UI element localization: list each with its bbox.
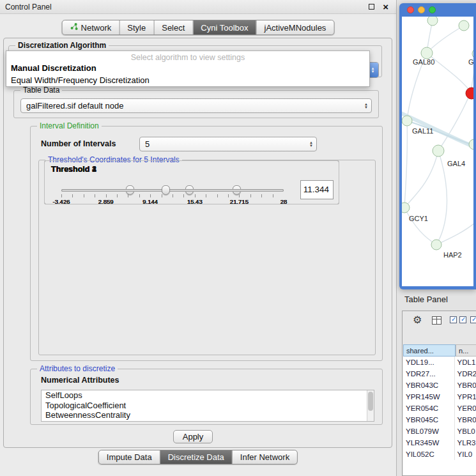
node-gal4: [433, 145, 444, 157]
table-data-group: Table Data galFiltered.sif default node …: [13, 90, 379, 118]
menu-item-equal-width-frequency[interactable]: Equal Width/Frequency Discretization: [6, 74, 369, 86]
table-cell[interactable]: YBR0: [455, 380, 476, 391]
top-tab-label: Network: [81, 23, 112, 33]
table-panel-title: Table Panel: [404, 291, 448, 308]
table-cell[interactable]: YBR045C: [403, 414, 455, 426]
close-panel-icon[interactable]: ×: [383, 1, 388, 13]
group-title: Attributes to discretize: [37, 364, 118, 373]
table-row[interactable]: YPR145W YPR1: [403, 391, 476, 403]
table-panel: ⚙ shared... n... YDL19... YDL1 YDR27... …: [402, 311, 476, 476]
table-columns-icon[interactable]: [432, 316, 441, 325]
top-tab[interactable]: Network: [63, 20, 119, 35]
table-cell[interactable]: YIL0: [455, 449, 476, 460]
node-label: HAP2: [443, 251, 462, 259]
table-cell[interactable]: YLR3: [455, 437, 476, 449]
top-tab[interactable]: Style: [119, 20, 153, 35]
column-header-name[interactable]: n...: [456, 344, 476, 357]
table-cell[interactable]: YBR043C: [403, 380, 455, 391]
table-cell[interactable]: YDR2: [455, 368, 476, 380]
menu-item-manual-discretization[interactable]: Manual Discretization: [6, 62, 369, 74]
table-data-combo[interactable]: galFiltered.sif default node ▲▼: [20, 98, 372, 113]
top-tab[interactable]: Select: [153, 20, 192, 35]
table-row[interactable]: YDR27... YDR2: [403, 368, 476, 380]
node-label: GA: [468, 58, 473, 66]
attributes-list[interactable]: SelfLoops TopologicalCoefficient Between…: [41, 390, 374, 422]
network-view-window: GAL80 GA GAL11 GAL4 GCY1 HAP2: [399, 3, 476, 289]
table-row[interactable]: YBR043C YBR0: [403, 380, 476, 391]
checkbox-icon[interactable]: [459, 316, 466, 323]
window-title: Control Panel: [5, 0, 52, 14]
gear-icon[interactable]: ⚙: [413, 314, 422, 326]
top-tab-label: jActiveMNodules: [265, 23, 326, 33]
bottom-tab-label: Infer Network: [240, 452, 289, 462]
node-highlighted[interactable]: [466, 88, 473, 99]
slider-ticks: [61, 194, 284, 197]
column-header-shared[interactable]: shared...: [403, 344, 456, 357]
top-tab[interactable]: Cyni Toolbox: [192, 20, 256, 35]
table-data-combo-value: galFiltered.sif default node: [26, 99, 123, 112]
number-of-intervals-combo[interactable]: 5 ▲▼: [139, 137, 317, 151]
threshold-slider[interactable]: -3.426 2.859 9.144 15.43 21.715 28: [54, 184, 291, 204]
threshold-box: Threshold 4 -3.426 2.859 9.144 1: [44, 160, 339, 204]
table-cell[interactable]: YBL079W: [403, 426, 455, 437]
table-row[interactable]: YER054C YER0: [403, 403, 476, 414]
minimize-button[interactable]: [418, 6, 425, 13]
chevron-updown-icon[interactable]: ▲▼: [309, 141, 313, 148]
table-cell[interactable]: YDR27...: [403, 368, 455, 380]
table-panel-bar: Table Panel: [399, 291, 476, 308]
table-cell[interactable]: YDL1: [455, 357, 476, 368]
network-graph: GAL80 GA GAL11 GAL4 GCY1 HAP2: [402, 17, 473, 286]
table-cell[interactable]: YER0: [455, 403, 476, 414]
bottom-tab[interactable]: Discretize Data: [160, 450, 232, 464]
list-item[interactable]: BetweennessCentrality: [42, 410, 374, 420]
close-button[interactable]: [407, 6, 414, 13]
control-panel-window: Control Panel × Network: [0, 0, 397, 476]
group-title: Table Data: [20, 86, 62, 95]
top-tab-strip: Network Style Select Cyni Toolbox jActiv…: [62, 20, 335, 35]
table-row[interactable]: YDL19... YDL1: [403, 357, 476, 368]
table-cell[interactable]: YLR345W: [403, 437, 455, 449]
attributes-group: Attributes to discretize Numerical Attri…: [30, 369, 383, 425]
thresholds-group: Threshold's Coordinates for 5 Intervals …: [38, 160, 376, 355]
number-of-intervals-value: 5: [145, 137, 150, 151]
list-item[interactable]: TopologicalCoefficient: [42, 401, 374, 411]
checkbox-icon[interactable]: [450, 316, 457, 323]
table-cell[interactable]: YDL19...: [403, 357, 455, 368]
checkbox-icon[interactable]: [470, 316, 476, 323]
bottom-tab[interactable]: Infer Network: [232, 450, 297, 464]
table-cell[interactable]: YBL0: [455, 426, 476, 437]
node-label: GCY1: [409, 215, 428, 222]
table-cell[interactable]: YER054C: [403, 403, 455, 414]
zoom-button[interactable]: [429, 6, 436, 13]
network-tab-icon: [70, 22, 79, 33]
slider-track[interactable]: [61, 189, 284, 192]
table-cell[interactable]: YPR145W: [403, 391, 455, 403]
list-item[interactable]: SelfLoops: [42, 390, 374, 401]
scrollbar-thumb[interactable]: [368, 392, 373, 411]
table-cell[interactable]: YBR0: [455, 414, 476, 426]
threshold-label: Threshold 4: [51, 165, 96, 174]
group-title: Discretization Algorithm: [15, 41, 109, 50]
bottom-tab[interactable]: Impute Data: [99, 450, 160, 464]
float-panel-icon[interactable]: [369, 4, 374, 10]
table-row[interactable]: YBR045C YBR0: [403, 414, 476, 426]
apply-button[interactable]: Apply: [173, 430, 213, 443]
table-cell[interactable]: YIL052C: [403, 449, 455, 460]
table-row[interactable]: YLR345W YLR3: [403, 437, 476, 449]
top-tab[interactable]: jActiveMNodules: [256, 20, 334, 35]
top-tab-label: Cyni Toolbox: [201, 23, 248, 33]
scrollbar[interactable]: [367, 390, 374, 421]
dropdown-hint: Select algorithm to view settings: [6, 51, 369, 62]
threshold-value-box[interactable]: 11.344: [300, 180, 334, 199]
node-gal11: [402, 116, 412, 126]
slider-thumb[interactable]: [162, 185, 170, 195]
top-tab-label: Select: [162, 23, 185, 33]
table-cell[interactable]: YPR1: [455, 391, 476, 403]
table-header: shared... n...: [403, 344, 476, 357]
network-canvas[interactable]: GAL80 GA GAL11 GAL4 GCY1 HAP2: [402, 17, 473, 286]
node-label: GAL11: [412, 127, 433, 135]
group-title: Interval Definition: [37, 121, 102, 130]
table-row[interactable]: YBL079W YBL0: [403, 426, 476, 437]
table-row[interactable]: YIL052C YIL0: [403, 449, 476, 460]
chevron-updown-icon[interactable]: ▲▼: [364, 103, 368, 109]
